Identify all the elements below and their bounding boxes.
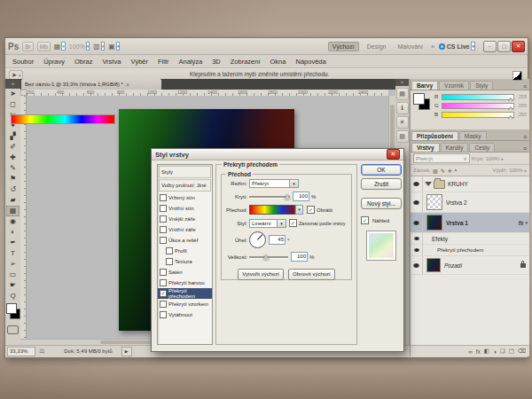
panel-color-swatches[interactable] bbox=[413, 93, 431, 111]
style-checkbox[interactable] bbox=[160, 215, 167, 223]
opacity-spinner[interactable]: ▸ bbox=[501, 156, 504, 161]
marquee-tool[interactable]: ◻ bbox=[6, 99, 20, 110]
type-tool[interactable]: T bbox=[6, 248, 20, 259]
restore-button[interactable]: ▢ bbox=[497, 41, 511, 52]
lock-position-icon[interactable]: ✛ bbox=[448, 168, 452, 174]
style-checkbox[interactable] bbox=[160, 301, 167, 308]
screen-mode-button[interactable]: ▣ ▾ bbox=[108, 42, 120, 51]
cancel-button[interactable]: Zrušit bbox=[361, 178, 402, 190]
reverse-checkbox[interactable] bbox=[307, 206, 315, 214]
Styly[interactable]: Styly bbox=[470, 81, 493, 90]
visibility-cell[interactable] bbox=[411, 245, 423, 255]
style-checkbox[interactable] bbox=[166, 247, 173, 254]
eye-icon[interactable] bbox=[413, 221, 419, 225]
dodge-tool[interactable]: ◐ bbox=[6, 227, 20, 238]
menu-item[interactable]: Výběr bbox=[130, 58, 148, 66]
gradient-picker-button[interactable]: ▾ bbox=[295, 205, 303, 215]
info-panel-icon[interactable]: ℹ bbox=[396, 102, 409, 114]
tab-close-icon[interactable]: × bbox=[126, 82, 129, 88]
panel-menu-icon[interactable]: ≡ bbox=[523, 145, 528, 152]
Vrstvy[interactable]: Vrstvy bbox=[411, 143, 440, 152]
layer-thumbnail[interactable] bbox=[426, 258, 441, 272]
ok-button[interactable]: OK bbox=[361, 164, 402, 176]
contour-item[interactable]: Profil bbox=[158, 246, 212, 256]
path-selection-tool[interactable]: ➢ bbox=[6, 259, 20, 270]
layer-row-selected[interactable]: Vrstva 1 fx ▾ bbox=[411, 213, 529, 233]
slider-handle[interactable] bbox=[508, 116, 513, 120]
lock-transparency-icon[interactable]: ▨ bbox=[433, 168, 438, 174]
preview-checkbox[interactable] bbox=[361, 216, 369, 224]
status-options-button[interactable]: ▶ bbox=[121, 347, 132, 356]
foreground-color-swatch[interactable] bbox=[413, 93, 425, 105]
add-mask-icon[interactable]: ◧ bbox=[484, 348, 489, 355]
shape-tool[interactable]: ▭ bbox=[6, 270, 20, 280]
dialog-close-button[interactable]: ✕ bbox=[387, 149, 400, 160]
black-white-chip[interactable] bbox=[512, 71, 522, 81]
menu-item[interactable]: Obraz bbox=[74, 58, 92, 66]
layer-name[interactable]: Vrstva 2 bbox=[446, 200, 467, 206]
make-default-button[interactable]: Vytvořit výchozí bbox=[238, 269, 284, 280]
zoom-level-combo[interactable]: 100% ▾ bbox=[69, 42, 90, 51]
effects-label[interactable]: Efekty bbox=[432, 236, 448, 242]
scale-slider[interactable] bbox=[249, 253, 288, 261]
ruler-origin-corner[interactable] bbox=[20, 90, 27, 96]
foreground-background-swatches[interactable] bbox=[6, 303, 20, 323]
visibility-cell[interactable] bbox=[411, 213, 423, 232]
visibility-cell[interactable] bbox=[411, 256, 423, 274]
foreground-color-swatch[interactable] bbox=[6, 303, 17, 314]
layer-thumbnail[interactable] bbox=[426, 194, 442, 210]
layer-name[interactable]: Vrstva 1 bbox=[446, 220, 468, 226]
move-tool[interactable]: ➤ bbox=[6, 89, 20, 99]
color-overlay-item[interactable]: Překrytí barvou bbox=[158, 278, 212, 288]
arrange-documents-button[interactable]: ▦ ▾ bbox=[54, 42, 66, 51]
pattern-overlay-item[interactable]: Překrytí vzorkem bbox=[158, 299, 212, 309]
bevel-emboss-item[interactable]: Úkos a reliéf bbox=[158, 235, 212, 246]
Cesty[interactable]: Cesty bbox=[469, 143, 495, 152]
Vzorník[interactable]: Vzorník bbox=[439, 81, 469, 90]
dock-collapse-button[interactable]: » bbox=[395, 79, 409, 86]
opacity-value[interactable]: 100% bbox=[486, 156, 499, 161]
close-button[interactable]: ✕ bbox=[512, 41, 525, 52]
effect-item-row[interactable]: Překrytí přechodem bbox=[411, 245, 529, 256]
new-style-button[interactable]: Nový styl... bbox=[361, 198, 402, 209]
inner-shadow-item[interactable]: Vnitřní stín bbox=[158, 203, 212, 214]
status-zoom-input[interactable]: 33,33% bbox=[7, 347, 35, 356]
menu-item[interactable]: Soubor bbox=[12, 58, 34, 66]
gradient-swatch[interactable] bbox=[249, 205, 295, 215]
presets-panel-icon[interactable]: ▨ bbox=[396, 130, 409, 143]
lock-pixels-icon[interactable]: ✎ bbox=[441, 168, 445, 174]
background-layer-row[interactable]: Pozadí bbox=[411, 256, 529, 275]
histogram-panel-icon[interactable]: ▤ bbox=[396, 88, 409, 100]
menu-item[interactable]: Zobrazení bbox=[231, 58, 261, 66]
angle-dial[interactable] bbox=[249, 231, 266, 248]
style-checkbox[interactable] bbox=[160, 205, 167, 212]
eye-icon[interactable] bbox=[414, 237, 419, 240]
eye-icon[interactable] bbox=[414, 248, 419, 252]
style-checkbox[interactable] bbox=[160, 279, 167, 286]
style-checkbox[interactable] bbox=[160, 311, 167, 318]
fill-value[interactable]: 100% bbox=[509, 168, 522, 173]
crop-tool[interactable]: ▞ bbox=[6, 131, 20, 142]
angle-input[interactable]: 45 bbox=[269, 235, 286, 245]
style-dropdown[interactable]: Lineární ▾ bbox=[249, 219, 286, 228]
eye-icon[interactable] bbox=[413, 200, 419, 205]
visibility-cell[interactable] bbox=[411, 176, 423, 192]
channel-slider[interactable] bbox=[442, 112, 514, 118]
blend-mode-dropdown[interactable]: Překrýt ▾ bbox=[249, 179, 299, 188]
dialog-title-bar[interactable]: Styl vrstvy ✕ bbox=[152, 149, 403, 160]
cs-live-button[interactable]: CS Live ▾ bbox=[439, 42, 475, 51]
workspace-overflow-button[interactable]: » bbox=[431, 43, 434, 50]
styles-item[interactable]: Styly bbox=[159, 166, 211, 178]
style-checkbox[interactable] bbox=[160, 290, 167, 297]
layer-thumbnail[interactable] bbox=[426, 215, 442, 231]
layer-name[interactable]: KRUHY bbox=[448, 181, 468, 187]
eraser-tool[interactable]: ▰ bbox=[6, 195, 20, 206]
history-brush-tool[interactable]: ↺ bbox=[6, 184, 20, 195]
opacity-slider[interactable] bbox=[249, 192, 290, 200]
fx-collapse-icon[interactable]: ▾ bbox=[525, 220, 529, 225]
color-spectrum-ramp[interactable] bbox=[11, 114, 115, 124]
menu-item[interactable]: Vrstva bbox=[102, 58, 121, 66]
bridge-button[interactable]: Br bbox=[22, 42, 34, 51]
channel-slider[interactable] bbox=[442, 103, 514, 109]
lock-all-icon[interactable]: ▪ bbox=[455, 168, 457, 174]
